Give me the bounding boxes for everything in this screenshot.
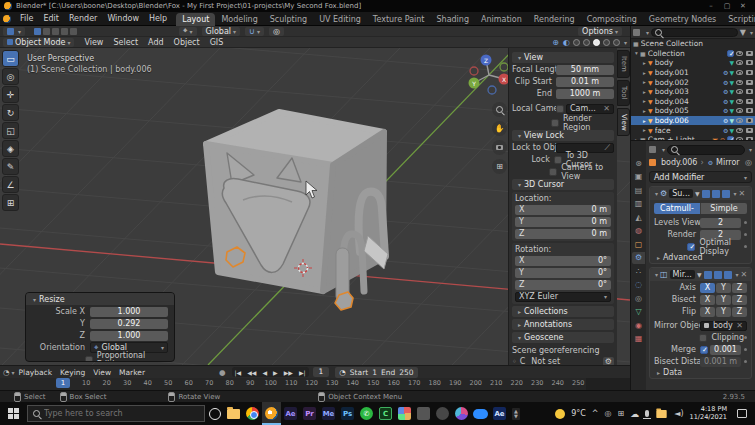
camera-restrict-icon[interactable] (746, 128, 753, 133)
move-tool[interactable]: ✛ (2, 86, 19, 103)
taskbar-scroll-buttons[interactable]: ▲▼ (512, 408, 520, 420)
shading-rendered-icon[interactable] (613, 39, 620, 46)
flip-y-toggle[interactable]: Y (716, 307, 731, 317)
axis-z-toggle[interactable]: Z (732, 283, 747, 293)
microphone-icon[interactable] (645, 410, 649, 417)
gizmo-neg-y[interactable] (500, 63, 508, 71)
tab-material-icon[interactable]: ◉ (632, 319, 645, 331)
eye-icon[interactable] (736, 118, 743, 123)
outliner-item-face[interactable]: ▸ ▼ face ⚙ ▼ (631, 125, 755, 135)
snap-toggle-button[interactable]: ∪▾ (245, 27, 264, 36)
weather-icon[interactable] (555, 409, 565, 419)
playback-button[interactable]: ▶▶ (281, 369, 296, 376)
cursor-rot-z[interactable]: Z0° (515, 280, 611, 290)
viewport-menu[interactable]: Object (169, 38, 205, 47)
disclosure-icon[interactable]: ▸ (641, 98, 648, 104)
timeline-menu[interactable]: Playback (15, 368, 56, 377)
shading-solid-icon[interactable] (593, 39, 600, 46)
camera-restrict-icon[interactable] (746, 108, 753, 113)
camera-restrict-icon[interactable] (746, 89, 753, 94)
workspace-tab[interactable]: Layout (176, 13, 215, 26)
tab-scene-icon[interactable]: ◭ (632, 211, 645, 223)
camera-restrict-icon[interactable] (746, 51, 753, 56)
resize-panel-header[interactable]: ▾ Resize (26, 293, 174, 305)
workspace-tab[interactable]: Animation (475, 13, 528, 26)
tab-modifiers-icon[interactable]: ⚙ (632, 252, 645, 264)
workspace-tab[interactable]: Sculpting (264, 13, 313, 26)
disclosure-icon[interactable]: ▸ (641, 79, 648, 85)
viewport-menu[interactable]: View (79, 38, 108, 47)
tab-item[interactable]: Item (617, 50, 630, 78)
outliner-item-body001[interactable]: ▸ ▼ body.001 ⚙ ▼ (631, 68, 755, 78)
outliner-item-body004[interactable]: ▸ ▼ body.004 ⚙ ▼ (631, 97, 755, 107)
disclosure-icon[interactable]: ▸ (641, 89, 648, 95)
eye-icon[interactable] (736, 51, 743, 56)
collapse-icon[interactable]: ▾ (518, 334, 521, 341)
mode-object-icon[interactable] (34, 28, 41, 35)
outliner-item-body002[interactable]: ▸ ▼ body.002 ⚙ ▼ (631, 77, 755, 87)
eye-icon[interactable] (736, 99, 743, 104)
editor-type-button[interactable]: ▾ (3, 27, 25, 36)
xray-toggle-icon[interactable] (573, 39, 580, 46)
extras-menu-icon[interactable]: ▾ (736, 271, 739, 278)
view-lock-panel-header[interactable]: ▾ View Lock (512, 130, 614, 141)
bisect-y-toggle[interactable]: Y (716, 295, 731, 305)
camera-restrict-icon[interactable] (746, 60, 753, 65)
mode-dropdown[interactable]: Object Mode ▾ (3, 38, 74, 47)
blue-ae-app[interactable]: Ae (490, 402, 509, 425)
animate-dot[interactable] (744, 360, 747, 363)
topbar-menu[interactable]: Edit (38, 14, 64, 23)
cursor-tool[interactable]: ◎ (2, 68, 19, 85)
media-player-app[interactable] (452, 402, 471, 425)
collections-panel-header[interactable]: ▸ Collections (512, 306, 614, 317)
disclosure-icon[interactable]: ▸ (641, 108, 648, 114)
green-c-app[interactable]: C (376, 402, 395, 425)
photos-app[interactable] (395, 402, 414, 425)
playback-button[interactable]: ◀◀ (244, 369, 259, 376)
gizmo-toggle-icon[interactable]: ⊕ (552, 38, 559, 47)
navigation-gizmo[interactable]: Z X Y (466, 52, 512, 100)
collapsed-icon[interactable]: ▸ (518, 321, 521, 328)
chrome-app[interactable] (243, 402, 262, 425)
gizmo-neg-z[interactable] (488, 86, 496, 94)
tab-tool[interactable]: Tool (617, 80, 630, 106)
taskbar-search[interactable] (27, 405, 205, 422)
workspace-tab[interactable]: Geometry Nodes (643, 13, 722, 26)
modifier-name-field[interactable]: Mir... (670, 270, 695, 279)
animate-dot[interactable] (744, 245, 747, 248)
scale-z-field[interactable]: 1.000 (90, 331, 168, 341)
timeline-editor-icon[interactable]: ◔ (3, 368, 10, 377)
fox-model[interactable] (206, 112, 388, 310)
collapse-icon[interactable]: ▾ (655, 271, 658, 278)
perspective-toggle-icon[interactable]: ⊞ (492, 159, 507, 174)
mode-toggle-icon[interactable] (61, 28, 68, 35)
axis-x-toggle[interactable]: X (700, 283, 715, 293)
collapse-icon[interactable]: ▾ (518, 181, 521, 188)
eye-icon[interactable] (736, 108, 743, 113)
eye-icon[interactable] (736, 70, 743, 75)
timeline-menu[interactable]: View (89, 368, 115, 377)
app-menu-icon[interactable] (3, 15, 11, 23)
clear-icon[interactable]: ✕ (603, 104, 610, 113)
start-value-field[interactable]: 1 (372, 368, 377, 377)
cursor-loc-y[interactable]: Y0 m (515, 217, 611, 227)
proportional-checkbox[interactable] (85, 356, 93, 363)
flip-z-toggle[interactable]: Z (732, 307, 747, 317)
catmull-clark-button[interactable]: Catmull-Clark (654, 203, 701, 214)
collapse-icon[interactable]: ▾ (518, 54, 521, 61)
gray-app-1[interactable] (414, 402, 433, 425)
delete-modifier-icon[interactable]: ✕ (739, 189, 746, 198)
minimize-button[interactable]: – (703, 2, 719, 10)
location-icon[interactable]: ◎ (605, 409, 612, 418)
display-mode-icon[interactable] (633, 29, 640, 36)
eye-icon[interactable] (736, 60, 743, 65)
mode-toggle-icon[interactable] (70, 28, 77, 35)
animate-dot[interactable] (744, 336, 747, 339)
playback-button[interactable]: ▶ (270, 369, 281, 376)
geoscene-settings-icon[interactable]: ⚙ (603, 357, 614, 365)
merge-checkbox[interactable] (700, 346, 708, 354)
collection-checkbox[interactable] (727, 50, 734, 57)
gray-app-2[interactable] (433, 402, 452, 425)
media-encoder-app[interactable]: Me (319, 402, 338, 425)
editor-type-icon[interactable] (649, 146, 656, 153)
